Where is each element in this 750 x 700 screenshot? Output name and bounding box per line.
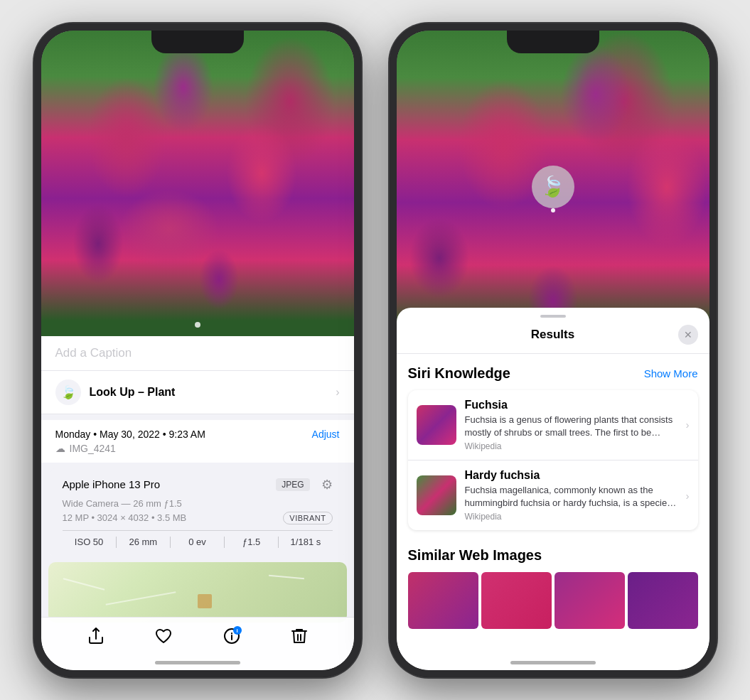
similar-image-1[interactable]: [408, 572, 478, 629]
results-title: Results: [428, 328, 678, 342]
hardy-fuchsia-desc: Fuchsia magellanica, commonly known as t…: [465, 484, 677, 510]
photo-info-section: Monday • May 30, 2022 • 9:23 AM Adjust ☁…: [41, 420, 354, 463]
similar-images-grid: [408, 572, 698, 629]
left-phone-screen: Add a Caption 🍃 Look Up – Plant › Monday…: [41, 31, 354, 670]
iso-value: ISO 50: [63, 537, 116, 547]
lookup-row[interactable]: 🍃 Look Up – Plant ›: [41, 371, 354, 414]
home-indicator-left: [155, 661, 240, 664]
left-phone-frame: Add a Caption 🍃 Look Up – Plant › Monday…: [34, 23, 361, 677]
style-badge: VIBRANT: [283, 512, 332, 524]
cloud-icon: ☁: [55, 443, 65, 454]
exif-row: ISO 50 26 mm 0 ev ƒ1.5 1/181 s: [63, 530, 333, 548]
camera-actions: JPEG ⚙: [276, 477, 332, 492]
map-road: [269, 574, 304, 578]
notch-right: [507, 31, 599, 53]
results-content: Siri Knowledge Show More Fuchsia: [397, 354, 709, 670]
adjust-button[interactable]: Adjust: [312, 429, 340, 440]
fuchsia-thumbnail: [417, 405, 456, 445]
similar-image-2[interactable]: [481, 572, 552, 629]
aperture-value: ƒ1.5: [225, 537, 278, 547]
camera-name: Apple iPhone 13 Pro: [63, 478, 161, 490]
map-marker: [198, 594, 212, 608]
similar-image-3[interactable]: [555, 572, 625, 629]
show-more-button[interactable]: Show More: [644, 367, 698, 379]
fuchsia-item[interactable]: Fuchsia Fuchsia is a genus of flowering …: [408, 390, 698, 461]
home-indicator-right: [510, 661, 596, 664]
date-text: Monday • May 30, 2022 • 9:23 AM: [55, 429, 205, 440]
caption-area[interactable]: Add a Caption: [41, 336, 354, 371]
similar-images-title: Similar Web Images: [408, 547, 542, 564]
siri-knowledge-section: Siri Knowledge Show More Fuchsia: [397, 354, 709, 537]
hardy-fuchsia-name: Hardy fuchsia: [465, 469, 677, 482]
photo-right[interactable]: 🍃: [397, 31, 709, 343]
visual-lookup-button[interactable]: 🍃: [532, 166, 574, 208]
hardy-fuchsia-source: Wikipedia: [465, 512, 677, 522]
ev-value: 0 ev: [171, 537, 224, 547]
results-panel: Results ✕ Siri Knowledge Show More: [397, 308, 709, 670]
filename: IMG_4241: [70, 443, 116, 454]
caption-placeholder[interactable]: Add a Caption: [55, 346, 132, 360]
mp-text: 12 MP • 3024 × 4032 • 3.5 MB: [63, 512, 187, 523]
format-badge: JPEG: [276, 478, 309, 491]
fuchsia-name: Fuchsia: [465, 399, 677, 411]
hardy-fuchsia-item[interactable]: Hardy fuchsia Fuchsia magellanica, commo…: [408, 461, 698, 530]
results-close-button[interactable]: ✕: [678, 325, 698, 345]
similar-images-section: Similar Web Images: [397, 536, 709, 635]
info-button[interactable]: i: [223, 628, 240, 649]
drag-handle[interactable]: [540, 315, 566, 318]
delete-button[interactable]: [291, 628, 307, 649]
map-section[interactable]: [48, 562, 347, 623]
similar-header: Similar Web Images: [408, 547, 698, 564]
hardy-fuchsia-thumbnail: [417, 475, 456, 515]
notch: [151, 31, 244, 53]
phones-container: Add a Caption 🍃 Look Up – Plant › Monday…: [34, 23, 717, 677]
hardy-fuchsia-text: Hardy fuchsia Fuchsia magellanica, commo…: [465, 469, 677, 522]
camera-settings-icon[interactable]: ⚙: [321, 477, 333, 492]
section-header: Siri Knowledge Show More: [408, 365, 698, 382]
photo-left[interactable]: [41, 31, 354, 336]
fuchsia-text: Fuchsia Fuchsia is a genus of flowering …: [465, 399, 677, 451]
info-badge: i: [233, 626, 242, 635]
fuchsia-chevron: ›: [686, 419, 690, 431]
siri-knowledge-title: Siri Knowledge: [408, 365, 510, 382]
right-phone-frame: 🍃 Results ✕ Siri K: [390, 23, 717, 677]
page-dot: [195, 322, 200, 328]
focal-length: 26 mm: [117, 537, 170, 547]
fuchsia-source: Wikipedia: [465, 441, 677, 451]
flower-image-left: [41, 31, 354, 336]
lens-detail: Wide Camera — 26 mm ƒ1.5: [63, 498, 333, 509]
camera-section: Apple iPhone 13 Pro JPEG ⚙ Wide Camera —…: [48, 468, 347, 556]
visual-lookup-dot: [551, 208, 555, 212]
results-header: Results ✕: [397, 322, 709, 354]
knowledge-card: Fuchsia Fuchsia is a genus of flowering …: [408, 390, 698, 531]
map-road: [63, 578, 104, 590]
lookup-label: Look Up – Plant: [90, 386, 176, 399]
favorite-button[interactable]: [155, 628, 172, 648]
hardy-fuchsia-chevron: ›: [686, 490, 690, 502]
lookup-chevron: ›: [336, 386, 339, 399]
lookup-icon: 🍃: [55, 379, 81, 405]
similar-image-4[interactable]: [628, 572, 698, 629]
fuchsia-desc: Fuchsia is a genus of flowering plants t…: [465, 414, 677, 439]
share-button[interactable]: [88, 628, 104, 649]
right-phone-screen: 🍃 Results ✕ Siri K: [397, 31, 709, 670]
map-road: [105, 591, 176, 605]
shutter-speed: 1/181 s: [279, 537, 332, 547]
